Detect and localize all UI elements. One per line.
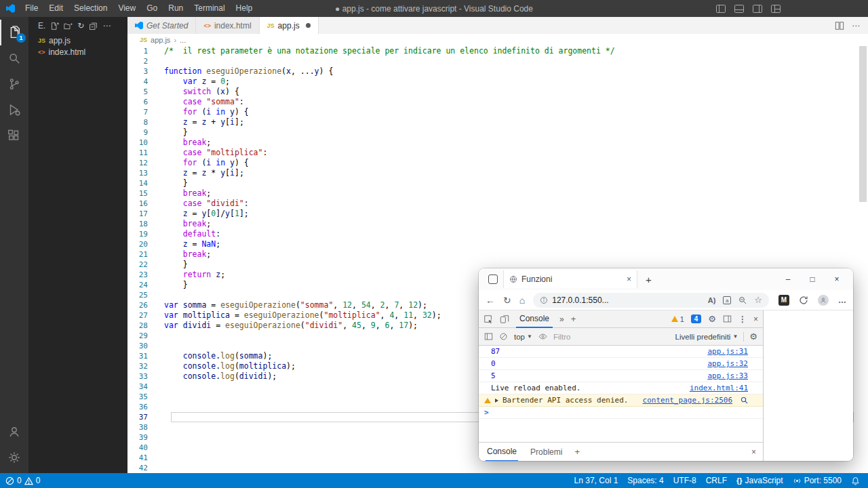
editor-more-actions-icon[interactable]: ⋯	[852, 21, 860, 30]
inspect-icon[interactable]	[484, 314, 493, 324]
new-tab-button[interactable]: +	[646, 274, 652, 285]
source-link[interactable]: index.html:41	[690, 384, 748, 392]
toggle-sidebar-icon[interactable]	[715, 3, 726, 14]
code-line-6[interactable]: 6 case "somma":	[127, 97, 868, 107]
code-line-8[interactable]: 8 z = z + y[i];	[127, 117, 868, 127]
extension-m-icon[interactable]: M	[778, 295, 789, 306]
status-language[interactable]: {}JavaScript	[736, 476, 783, 485]
breadcrumb-symbol[interactable]: ...	[180, 36, 186, 44]
menu-go[interactable]: Go	[141, 3, 163, 13]
browser-extension-icon[interactable]	[799, 296, 808, 305]
devtools-more-icon[interactable]: ⋮	[738, 314, 747, 324]
browser-menu-icon[interactable]: …	[838, 296, 846, 305]
zoom-icon[interactable]	[738, 296, 747, 304]
warning-count-badge[interactable]: 1	[671, 315, 684, 323]
code-line-7[interactable]: 7 for (i in y) {	[127, 107, 868, 117]
notifications-bell[interactable]	[851, 476, 860, 485]
activity-source-control[interactable]	[0, 71, 28, 97]
page-viewport[interactable]	[764, 310, 853, 461]
search-similar-icon[interactable]	[741, 396, 748, 404]
source-link[interactable]: app.js:32	[707, 359, 748, 368]
menu-run[interactable]: Run	[163, 3, 189, 13]
expand-icon[interactable]	[495, 399, 498, 403]
add-devtools-tab-icon[interactable]: +	[571, 314, 576, 324]
code-line-14[interactable]: 14 }	[127, 178, 868, 188]
status-errors-warnings[interactable]: 0 0	[5, 476, 40, 485]
translate-icon[interactable]: a	[723, 296, 731, 304]
toggle-secondary-sidebar-icon[interactable]	[752, 3, 763, 14]
code-line-19[interactable]: 19 default:	[127, 229, 868, 239]
status-indentation[interactable]: Spaces: 4	[627, 476, 663, 485]
profile-avatar[interactable]	[818, 295, 829, 306]
site-info-icon[interactable]	[540, 296, 548, 304]
drawer-close-icon[interactable]: ×	[751, 447, 756, 457]
new-file-icon[interactable]	[50, 22, 59, 30]
activity-run-debug[interactable]	[0, 97, 28, 123]
maximize-button[interactable]: □	[800, 268, 825, 290]
source-link[interactable]: app.js:33	[707, 371, 748, 380]
activity-account[interactable]	[0, 419, 28, 445]
url-text[interactable]: 127.0.0.1:550...	[552, 296, 608, 305]
tab-actions-icon[interactable]	[488, 274, 498, 284]
refresh-icon[interactable]: ↻	[503, 296, 511, 305]
code-line-21[interactable]: 21 break;	[127, 249, 868, 260]
menu-view[interactable]: View	[113, 3, 141, 13]
filter-input[interactable]	[553, 333, 614, 341]
code-line-3[interactable]: 3function eseguiOperazione(x, ...y) {	[127, 66, 868, 77]
console-output[interactable]: 87app.js:310app.js:325app.js:33Live relo…	[479, 346, 763, 442]
browser-tab[interactable]: Funzioni ×	[503, 270, 637, 288]
log-levels-selector[interactable]: Livelli predefiniti▼	[675, 333, 738, 341]
code-line-17[interactable]: 17 z = y[0]/y[1];	[127, 209, 868, 219]
issues-count-badge[interactable]: 4	[691, 314, 702, 323]
status-eol[interactable]: CRLF	[706, 476, 727, 485]
file-item-index.html[interactable]: <>index.html	[28, 46, 127, 58]
code-line-42[interactable]: 42	[127, 463, 868, 473]
menu-file[interactable]: File	[20, 3, 43, 13]
explorer-more-actions-icon[interactable]: ⋯	[102, 21, 111, 30]
menu-help[interactable]: Help	[231, 3, 258, 13]
code-line-4[interactable]: 4 var z = 0;	[127, 77, 868, 87]
back-icon[interactable]: ←	[486, 296, 495, 305]
status-encoding[interactable]: UTF-8	[673, 476, 696, 485]
source-link[interactable]: app.js:31	[707, 347, 748, 356]
console-prompt[interactable]: >	[479, 407, 763, 419]
address-bar[interactable]: 127.0.0.1:550... A) a ☆	[533, 293, 769, 308]
close-button[interactable]: ×	[825, 268, 849, 290]
eye-icon[interactable]	[538, 332, 547, 341]
code-line-15[interactable]: 15 break;	[127, 188, 868, 199]
editor-tab-get-started[interactable]: Get Started	[127, 17, 196, 34]
minimize-button[interactable]: –	[776, 268, 800, 290]
home-icon[interactable]: ⌂	[519, 296, 525, 305]
devtools-tab-console[interactable]: Console	[516, 310, 553, 328]
toggle-panel-icon[interactable]	[734, 3, 745, 14]
file-item-app.js[interactable]: JSapp.js	[28, 35, 127, 46]
refresh-explorer-icon[interactable]: ↻	[77, 21, 84, 30]
customize-layout-icon[interactable]	[770, 3, 781, 14]
code-line-12[interactable]: 12 for (i in y) {	[127, 158, 868, 168]
menu-edit[interactable]: Edit	[43, 3, 68, 13]
more-tabs-icon[interactable]: »	[559, 314, 564, 324]
source-link[interactable]: content_page.js:2506	[643, 396, 732, 405]
split-editor-icon[interactable]	[835, 21, 844, 30]
code-line-18[interactable]: 18 break;	[127, 219, 868, 229]
clear-console-icon[interactable]	[499, 332, 508, 341]
code-line-13[interactable]: 13 z = z * y[i];	[127, 168, 868, 178]
menu-selection[interactable]: Selection	[68, 3, 113, 13]
editor-tab-index.html[interactable]: <>index.html	[196, 17, 259, 34]
drawer-add-icon[interactable]: +	[574, 447, 580, 457]
menu-terminal[interactable]: Terminal	[189, 3, 230, 13]
activity-explorer[interactable]: 1	[0, 20, 28, 45]
drawer-tab-console[interactable]: Console	[486, 443, 518, 462]
code-line-1[interactable]: 1/* il rest parameter è una notazione sp…	[127, 46, 868, 56]
activity-settings[interactable]	[0, 445, 28, 470]
code-line-16[interactable]: 16 case "dividi":	[127, 199, 868, 209]
code-line-2[interactable]: 2	[127, 56, 868, 66]
code-line-11[interactable]: 11 case "moltiplica":	[127, 148, 868, 158]
tab-close-icon[interactable]: ×	[627, 274, 631, 284]
modified-dot-icon[interactable]	[306, 23, 311, 28]
collapse-folders-icon[interactable]	[89, 22, 98, 30]
code-line-20[interactable]: 20 z = NaN;	[127, 239, 868, 249]
code-line-9[interactable]: 9 }	[127, 127, 868, 138]
editor-tab-app.js[interactable]: JSapp.js	[260, 17, 319, 34]
devtools-close-icon[interactable]: ×	[753, 314, 758, 324]
